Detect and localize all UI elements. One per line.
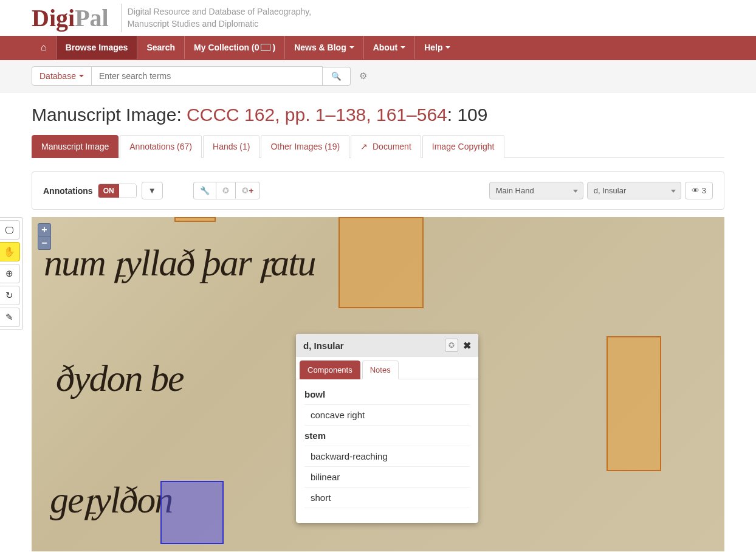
- component-group: bowl: [304, 384, 470, 405]
- zoom-controls: + −: [38, 223, 51, 250]
- pan-button[interactable]: ✋: [0, 242, 20, 261]
- annotations-label: Annotations: [43, 186, 93, 196]
- tagline-line-1: Digital Resource and Database of Palaeog…: [128, 6, 311, 18]
- filter-icon: ▼: [148, 186, 156, 195]
- component-item[interactable]: concave right: [304, 405, 470, 426]
- tabs: Manuscript Image Annotations (67) Hands …: [32, 135, 724, 158]
- plus-icon: +: [249, 186, 254, 195]
- popup-title: d, Insular: [303, 340, 445, 351]
- nav-about[interactable]: About: [364, 36, 415, 59]
- nav-collection-post: ): [272, 43, 275, 52]
- nav-search[interactable]: Search: [137, 36, 185, 59]
- toggle-on-label: ON: [98, 184, 119, 198]
- refresh-button[interactable]: ↻: [0, 286, 20, 305]
- refresh-icon: ↻: [5, 290, 13, 301]
- tab-document[interactable]: ↗ Document: [351, 135, 421, 158]
- nav-home[interactable]: ⌂: [32, 36, 57, 59]
- search-button[interactable]: 🔍: [323, 67, 351, 86]
- annotation-toolbar: Annotations ON ▼ 🔧 ✪ ✪+ Main Hand d, Ins…: [32, 171, 724, 210]
- navbar: ⌂ Browse Images Search My Collection (0 …: [0, 36, 756, 60]
- zoom-out-button[interactable]: −: [38, 236, 51, 250]
- manuscript-text: num ꝼyllað þar ꝼatu: [44, 241, 315, 285]
- star-icon: ✪: [242, 186, 249, 195]
- edit-button[interactable]: ✎: [0, 308, 20, 327]
- annotation-box[interactable]: [338, 217, 424, 308]
- popup-star-button[interactable]: ✪: [445, 339, 458, 352]
- title-link[interactable]: CCCC 162, pp. 1–138, 161–564: [187, 105, 447, 125]
- edit-icon: ✎: [5, 312, 13, 323]
- picture-icon: [261, 44, 270, 51]
- viewer-tools: 🖵 ✋ ⊕ ↻ ✎: [0, 217, 23, 330]
- nav-news-blog[interactable]: News & Blog: [285, 36, 364, 59]
- tab-annotations[interactable]: Annotations (67): [120, 135, 202, 158]
- count-value: 3: [702, 186, 706, 195]
- popup-header[interactable]: d, Insular ✪ ✖: [296, 334, 478, 357]
- annotation-box[interactable]: [174, 217, 216, 222]
- manuscript-viewer[interactable]: + − num ꝼyllað þar ꝼatu ðydon be re. þaſ…: [32, 217, 724, 551]
- logo[interactable]: DigiPal: [32, 4, 122, 32]
- popup-tab-notes[interactable]: Notes: [362, 361, 399, 379]
- fullscreen-button[interactable]: 🖵: [0, 220, 20, 240]
- tab-manuscript-image[interactable]: Manuscript Image: [32, 135, 119, 158]
- nav-my-collection[interactable]: My Collection (0 ): [185, 36, 285, 59]
- star-icon: ✪: [222, 186, 229, 195]
- star-icon: ✪: [448, 341, 455, 350]
- popup-close-button[interactable]: ✖: [463, 340, 471, 351]
- zoom-in-button[interactable]: +: [38, 223, 51, 236]
- logo-text-pal: Pal: [75, 4, 109, 32]
- tab-image-copyright[interactable]: Image Copyright: [422, 135, 504, 158]
- component-group: stem: [304, 426, 470, 446]
- wrench-icon: 🔧: [200, 186, 210, 195]
- star-plus-button[interactable]: ✪+: [235, 182, 261, 199]
- component-item[interactable]: bilinear: [304, 467, 470, 488]
- popup-tab-components[interactable]: Components: [300, 361, 360, 379]
- close-icon: ✖: [463, 340, 471, 351]
- annotations-toggle[interactable]: ON: [98, 184, 137, 198]
- popup-body: bowl concave right stem backward-reachin…: [296, 379, 478, 523]
- tagline: Digital Resource and Database of Palaeog…: [122, 6, 311, 30]
- zoom-region-button[interactable]: ⊕: [0, 264, 20, 283]
- logo-text-digi: Digi: [32, 4, 75, 32]
- nav-collection-pre: My Collection (0: [194, 43, 259, 52]
- visible-count-button[interactable]: 👁3: [685, 182, 713, 199]
- tab-other-images[interactable]: Other Images (19): [261, 135, 349, 158]
- filter-button[interactable]: ▼: [142, 182, 163, 199]
- component-item[interactable]: backward-reaching: [304, 446, 470, 467]
- caret-icon: [445, 46, 450, 49]
- nav-browse-images[interactable]: Browse Images: [57, 36, 138, 59]
- zoom-in-icon: ⊕: [5, 268, 13, 279]
- page-title: Manuscript Image: CCCC 162, pp. 1–138, 1…: [32, 92, 724, 135]
- settings-button[interactable]: ⚙: [359, 71, 367, 81]
- search-input[interactable]: [92, 66, 323, 86]
- caret-icon: [400, 46, 405, 49]
- hand-select[interactable]: Main Hand: [489, 182, 583, 199]
- popup-tabs: Components Notes: [296, 357, 478, 379]
- nav-help[interactable]: Help: [415, 36, 459, 59]
- annotation-popup: d, Insular ✪ ✖ Components Notes bowl con…: [296, 334, 478, 523]
- database-dropdown[interactable]: Database: [32, 66, 92, 86]
- external-link-icon: ↗: [360, 142, 368, 151]
- component-item[interactable]: short: [304, 488, 470, 508]
- search-icon: 🔍: [331, 72, 342, 81]
- header: DigiPal Digital Resource and Database of…: [32, 0, 724, 36]
- monitor-icon: 🖵: [5, 225, 14, 235]
- tagline-line-2: Manuscript Studies and Diplomatic: [128, 18, 311, 30]
- wrench-button[interactable]: 🔧: [193, 182, 216, 199]
- search-bar: Database 🔍 ⚙: [0, 60, 756, 92]
- annotation-box[interactable]: [607, 336, 661, 471]
- title-prefix: Manuscript Image:: [32, 105, 187, 125]
- tab-hands[interactable]: Hands (1): [203, 135, 259, 158]
- letter-select[interactable]: d, Insular: [587, 182, 681, 199]
- toggle-off-handle: [119, 184, 136, 198]
- caret-icon: [349, 46, 354, 49]
- caret-icon: [79, 75, 84, 77]
- annotation-box-selected[interactable]: [160, 481, 224, 544]
- title-suffix: : 109: [447, 105, 488, 125]
- star-button[interactable]: ✪: [216, 182, 235, 199]
- eye-icon: 👁: [692, 186, 699, 195]
- hand-icon: ✋: [4, 246, 15, 257]
- home-icon: ⌂: [41, 42, 47, 53]
- gear-icon: ⚙: [359, 71, 367, 81]
